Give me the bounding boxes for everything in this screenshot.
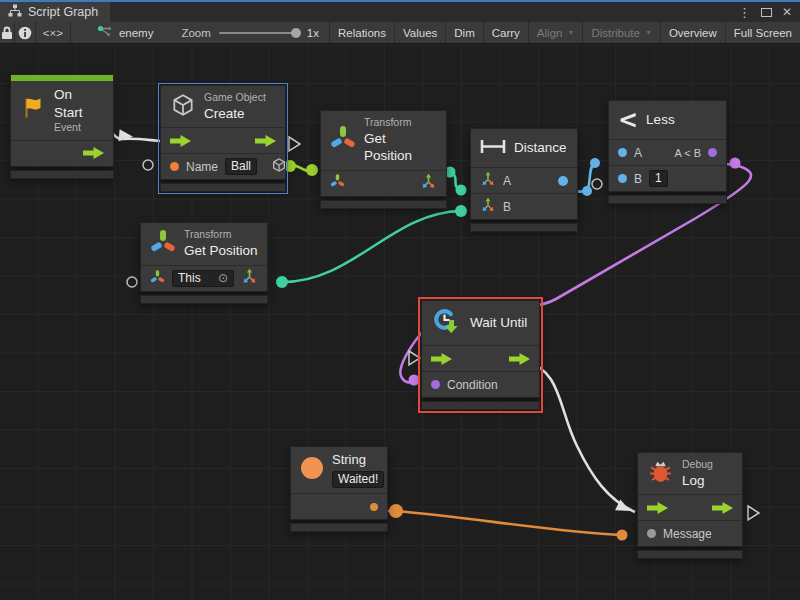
port-label: A [503, 174, 511, 188]
node-title: Get Position [364, 130, 437, 165]
name-value-field[interactable]: Ball [225, 158, 257, 175]
port-label: B [503, 200, 511, 214]
node-footer [608, 195, 727, 204]
dim-button[interactable]: Dim [445, 22, 482, 43]
node-debug-log[interactable]: Debug Log Message [637, 452, 743, 559]
zoom-control: Zoom 1x [163, 22, 329, 43]
vector3-output-port[interactable] [420, 173, 437, 194]
close-icon[interactable]: ✕ [782, 6, 792, 18]
port-label: B [634, 172, 642, 186]
target-value-text: This [178, 271, 201, 286]
node-string[interactable]: String Waited! [290, 446, 388, 532]
node-get-position-enemy[interactable]: Transform Get Position [320, 110, 447, 209]
node-footer [290, 523, 388, 532]
node-title: On Start [54, 86, 104, 121]
flow-input-port[interactable] [431, 353, 452, 365]
vector3-output-port[interactable] [241, 268, 258, 289]
values-button[interactable]: Values [394, 22, 445, 43]
flow-output-port[interactable] [712, 502, 733, 514]
vector3-input-port[interactable] [480, 197, 496, 217]
float-input-port-b[interactable] [618, 174, 627, 183]
string-value-field[interactable]: Waited! [332, 471, 384, 488]
target-value-field[interactable]: This ⊙ [172, 270, 234, 287]
flow-output-port[interactable] [83, 147, 104, 159]
graph-breadcrumb[interactable]: enemy [71, 22, 164, 43]
info-button[interactable] [15, 22, 35, 43]
distribute-dropdown[interactable]: Distribute [582, 22, 660, 43]
node-get-position-self[interactable]: Transform Get Position This ⊙ [140, 222, 268, 304]
object-picker-icon[interactable]: ⊙ [218, 271, 228, 286]
relations-button[interactable]: Relations [329, 22, 394, 43]
distance-icon [480, 139, 506, 158]
string-circle-icon [300, 456, 324, 484]
port-label: Name [186, 160, 218, 174]
node-category: Transform [184, 228, 258, 242]
flow-input-port[interactable] [170, 135, 191, 147]
lock-icon [1, 26, 13, 40]
node-category: Game Object [204, 91, 266, 105]
node-wait-until[interactable]: Wait Until Condition [421, 300, 540, 410]
node-title: Less [646, 111, 675, 129]
wait-clock-icon [431, 306, 462, 340]
transform-input-port[interactable] [150, 269, 165, 289]
transform-input-port[interactable] [330, 173, 345, 193]
graph-hierarchy-icon [8, 4, 22, 20]
bug-icon [647, 458, 674, 489]
graph-name: enemy [119, 27, 154, 39]
float-input-port-a[interactable] [618, 148, 627, 157]
node-title: String [332, 452, 384, 469]
port-label: A [634, 146, 642, 160]
string-input-port[interactable] [170, 162, 179, 171]
flow-input-port[interactable] [647, 502, 668, 514]
flag-icon [20, 95, 46, 125]
overview-button[interactable]: Overview [660, 22, 725, 43]
flow-output-port[interactable] [255, 135, 276, 147]
node-title: Get Position [184, 242, 258, 260]
zoom-label: Zoom [181, 27, 210, 39]
output-label: A < B [674, 147, 701, 159]
tab-script-graph[interactable]: Script Graph [0, 2, 110, 22]
transform-icon [150, 228, 176, 260]
zoom-slider-handle[interactable] [291, 28, 301, 38]
maximize-icon[interactable] [761, 8, 772, 17]
vector3-input-port[interactable] [480, 171, 496, 191]
node-title: Log [682, 472, 713, 490]
toolbar-buttons: Relations Values Dim Carry Align Distrib… [329, 22, 800, 43]
bool-input-port[interactable] [431, 380, 440, 389]
full-screen-button[interactable]: Full Screen [725, 22, 800, 43]
message-input-port[interactable] [647, 529, 656, 538]
gameobject-output-port[interactable] [271, 157, 287, 177]
code-icon: <×> [43, 27, 63, 39]
bool-output-port[interactable] [708, 148, 717, 157]
node-category: Transform [364, 116, 437, 130]
b-value-field[interactable]: 1 [649, 170, 668, 187]
node-footer [320, 200, 447, 209]
node-title: Distance [514, 139, 567, 157]
carry-button[interactable]: Carry [483, 22, 528, 43]
string-output-port[interactable] [370, 503, 378, 511]
node-distance[interactable]: Distance A B [470, 128, 578, 232]
node-less[interactable]: < Less A A < B B 1 [608, 100, 727, 204]
window-menu-icon[interactable]: ⋮ [738, 6, 751, 19]
lock-button[interactable] [0, 22, 15, 43]
node-subtitle: Event [54, 121, 104, 135]
cube-icon [170, 92, 196, 122]
zoom-value: 1x [307, 27, 319, 39]
align-dropdown[interactable]: Align [528, 22, 583, 43]
window-controls: ⋮ ✕ [738, 2, 800, 22]
less-than-icon: < [618, 110, 638, 130]
node-footer [470, 223, 578, 232]
transform-icon [330, 124, 356, 156]
info-icon [18, 26, 32, 40]
node-footer [140, 295, 268, 304]
node-on-start[interactable]: On Start Event [10, 74, 114, 179]
node-create-game-object[interactable]: Game Object Create Name Ball [160, 85, 286, 192]
node-title: Wait Until [470, 314, 527, 332]
zoom-slider[interactable] [219, 32, 299, 34]
node-footer [160, 183, 286, 192]
tab-bar: Script Graph ⋮ ✕ [0, 2, 800, 22]
code-preview-button[interactable]: <×> [36, 22, 71, 43]
flow-output-port[interactable] [509, 353, 530, 365]
float-output-port[interactable] [558, 176, 568, 186]
node-footer [637, 550, 743, 559]
